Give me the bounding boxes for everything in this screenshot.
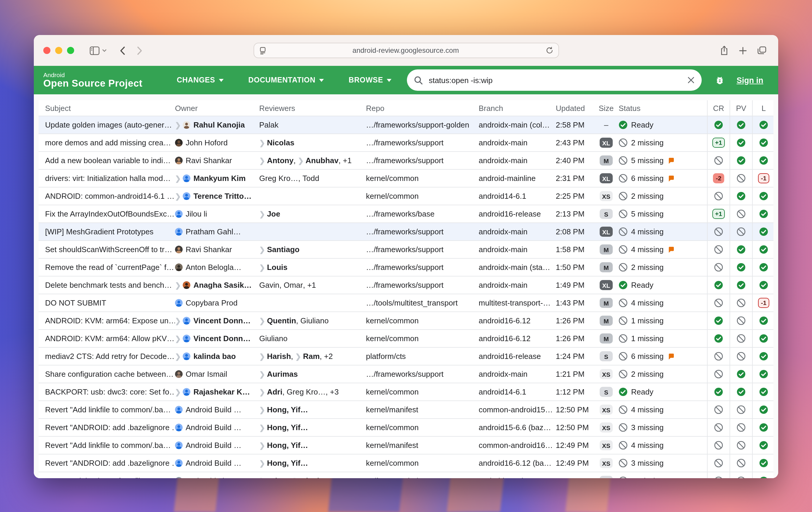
change-subject[interactable]: drivers: virt: Initialization halla mod… (38, 170, 175, 187)
change-row[interactable]: ANDROID: KVM: arm64: Expose un… ❯Vincent… (38, 311, 774, 329)
change-subject[interactable]: Revert "ANDROID: add .bazelignore … (38, 419, 175, 436)
change-branch[interactable]: multitest-transport-… (478, 294, 556, 311)
change-row[interactable]: Delete benchmark tests and bench… ❯Anagh… (38, 276, 774, 294)
owner-name[interactable]: Ravi Shankar (186, 156, 232, 165)
change-subject[interactable]: Expose minimal set of Profile Cons… (38, 472, 175, 478)
owner-name[interactable]: Mankyum Kim (193, 174, 245, 183)
change-subject[interactable]: more demos and add missing crea… (38, 134, 175, 151)
change-repo[interactable]: …/frameworks/support (366, 223, 478, 240)
reviewer-name[interactable]: Omar (284, 281, 303, 289)
change-row[interactable]: Revert "Add linkfile to common/.ba… Andr… (38, 400, 774, 418)
change-repo[interactable]: platform/cts (366, 348, 478, 365)
change-row[interactable]: drivers: virt: Initialization halla mod…… (38, 169, 774, 187)
change-branch[interactable]: androidx-main (478, 366, 556, 383)
change-repo[interactable]: …/frameworks/support (366, 152, 478, 169)
search-input[interactable] (428, 75, 688, 85)
change-row[interactable]: Fix the ArrayIndexOutOfBoundsExc… Jilou … (38, 205, 774, 223)
change-repo[interactable]: kernel/manifest (366, 437, 478, 454)
reader-icon[interactable] (259, 47, 266, 54)
reviewer-name[interactable]: Aurimas (267, 370, 298, 378)
owner-name[interactable]: kalinda bao (193, 352, 236, 361)
site-logo[interactable]: Android Open Source Project (43, 72, 142, 89)
share-icon[interactable] (720, 46, 728, 55)
new-tab-icon[interactable] (739, 47, 747, 54)
owner-name[interactable]: Android Build … (186, 459, 241, 467)
change-subject[interactable]: Revert "Add linkfile to common/.ba… (38, 401, 175, 418)
reviewer-name[interactable]: Nicolas (300, 476, 328, 478)
change-repo[interactable]: kernel/common (366, 419, 478, 436)
change-subject[interactable]: Set shouldScanWithScreenOff to tr… (38, 241, 175, 258)
change-subject[interactable]: BACKPORT: usb: dwc3: core: Set fo… (38, 383, 175, 400)
owner-name[interactable]: Anton Belogla… (186, 263, 241, 272)
owner-name[interactable]: Android Build … (186, 405, 241, 414)
sidebar-toggle-icon[interactable] (90, 46, 100, 55)
change-branch[interactable]: common-android15… (478, 401, 556, 418)
reviewer-name[interactable]: Santiago (267, 245, 299, 254)
change-branch[interactable]: androidx-main (sta… (478, 259, 556, 276)
back-button[interactable] (120, 46, 125, 55)
owner-name[interactable]: Ravi Shankar (186, 245, 232, 254)
change-row[interactable]: Revert "Add linkfile to common/.ba… Andr… (38, 436, 774, 454)
change-repo[interactable]: kernel/manifest (366, 401, 478, 418)
change-repo[interactable]: …/frameworks/support (366, 366, 478, 383)
change-repo[interactable]: kernel/common (366, 454, 478, 472)
sidebar-chevron-down-icon[interactable] (102, 49, 107, 52)
report-bug-icon[interactable] (715, 75, 725, 85)
minimize-window-button[interactable] (55, 47, 62, 54)
reviewer-name[interactable]: Gavin (259, 281, 279, 289)
change-subject[interactable]: Share configuration cache between… (38, 366, 175, 383)
change-row[interactable]: Revert "ANDROID: add .bazelignore … Andr… (38, 418, 774, 436)
change-branch[interactable]: androidx-main (478, 223, 556, 240)
owner-name[interactable]: Jilou li (186, 209, 207, 218)
change-branch[interactable]: android15-6.6 (baz… (478, 419, 556, 436)
change-repo[interactable]: kernel/common (366, 170, 478, 187)
reviewer-name[interactable]: Anubhav (306, 156, 338, 165)
change-branch[interactable]: androidx-main (478, 472, 556, 478)
reviewer-name[interactable]: Ram (303, 352, 320, 361)
reviewer-name[interactable]: Nicolas (267, 138, 294, 147)
owner-name[interactable]: Omar Ismail (186, 370, 227, 378)
forward-button[interactable] (137, 46, 142, 55)
change-branch[interactable]: android14-6.1 (478, 383, 556, 400)
change-branch[interactable]: android16-6.12 (478, 330, 556, 347)
change-row[interactable]: ANDROID: common-android14-6.1 … ❯Terence… (38, 187, 774, 205)
change-repo[interactable]: kernel/common (366, 383, 478, 400)
owner-name[interactable]: Yuri Schimke (186, 476, 231, 478)
clear-search-icon[interactable] (688, 77, 695, 84)
change-branch[interactable]: android16-6.12 (478, 312, 556, 329)
change-subject[interactable]: Remove the read of `currentPage` f… (38, 259, 175, 276)
change-row[interactable]: BACKPORT: usb: dwc3: core: Set fo… ❯Raja… (38, 383, 774, 400)
change-row[interactable]: mediav2 CTS: Add retry for Decode… ❯kali… (38, 347, 774, 365)
change-branch[interactable]: android16-6.12 (ba… (478, 454, 556, 472)
change-branch[interactable]: android16-release (478, 348, 556, 365)
change-branch[interactable]: androidx-main (478, 241, 556, 258)
reviewer-name[interactable]: Adam (267, 476, 288, 478)
change-branch[interactable]: androidx-main (478, 134, 556, 151)
reviewer-name[interactable]: Adri (267, 388, 282, 396)
reviewer-name[interactable]: Antony (267, 156, 294, 165)
owner-name[interactable]: Pratham Gahl… (186, 227, 241, 236)
reviewer-name[interactable]: Palak (259, 120, 279, 129)
reviewer-name[interactable]: Greg Kro… (259, 174, 298, 183)
change-row[interactable]: Add a new boolean variable to indi… Ravi… (38, 151, 774, 169)
change-repo[interactable]: …/frameworks/base (366, 205, 478, 223)
reviewer-name[interactable]: Giuliano (300, 316, 328, 325)
owner-name[interactable]: Vincent Donn… (193, 334, 251, 343)
owner-name[interactable]: Terence Tritto… (193, 192, 252, 201)
owner-name[interactable]: Android Build … (186, 423, 241, 432)
change-repo[interactable]: kernel/common (366, 188, 478, 205)
reviewer-name[interactable]: Harish (267, 352, 291, 361)
change-subject[interactable]: Delete benchmark tests and bench… (38, 277, 175, 294)
change-repo[interactable]: …/frameworks/support (366, 472, 478, 478)
change-branch[interactable]: androidx-main (col… (478, 116, 556, 134)
reviewer-name[interactable]: Giuliano (259, 334, 287, 343)
change-repo[interactable]: …/frameworks/support (366, 241, 478, 258)
reviewer-name[interactable]: Hong, Yif… (267, 405, 308, 414)
change-subject[interactable]: Update golden images (auto-gener… (38, 116, 175, 134)
change-row[interactable]: Update golden images (auto-gener… ❯Rahul… (38, 116, 774, 134)
owner-name[interactable]: Rahul Kanojia (193, 120, 245, 129)
change-branch[interactable]: android16-release (478, 205, 556, 223)
change-subject[interactable]: ANDROID: KVM: arm64: Expose un… (38, 312, 175, 329)
reviewer-name[interactable]: Quentin (267, 316, 296, 325)
close-window-button[interactable] (43, 47, 51, 54)
